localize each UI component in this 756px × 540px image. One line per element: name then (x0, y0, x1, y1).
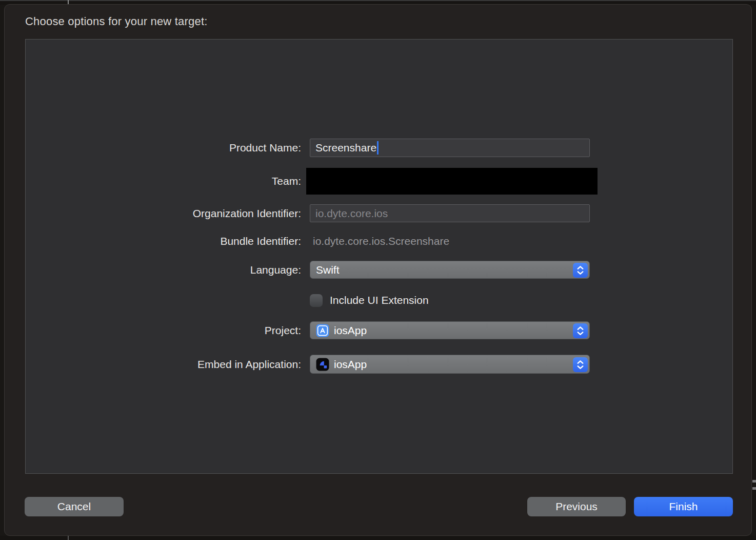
include-ui-extension-row: Include UI Extension (26, 293, 732, 307)
chevron-up-down-icon (573, 263, 588, 278)
organization-identifier-placeholder: io.dyte.core.ios (315, 207, 388, 220)
background-window-scrollbar-marks (752, 480, 756, 511)
chevron-up-down-icon (573, 323, 588, 338)
team-row: Team: (26, 168, 732, 195)
new-target-options-dialog: Choose options for your new target: Prod… (4, 4, 752, 536)
embed-in-application-row: Embed in Application: iosApp (26, 355, 732, 374)
cancel-button[interactable]: Cancel (25, 497, 124, 516)
product-name-input[interactable]: Screenshare (310, 139, 590, 157)
dialog-title: Choose options for your new target: (25, 15, 208, 28)
background-window-bottom-edge (0, 536, 756, 540)
language-label: Language: (26, 264, 301, 276)
bundle-identifier-value: io.dyte.core.ios.Screenshare (310, 235, 449, 247)
text-insertion-caret-icon (377, 141, 379, 155)
team-dropdown-redacted[interactable] (306, 168, 598, 195)
project-dropdown[interactable]: iosApp (310, 321, 590, 339)
chevron-up-down-icon (573, 357, 588, 372)
options-panel: Product Name: Screenshare Team: Organiza… (25, 39, 733, 474)
product-name-value: Screenshare (315, 142, 376, 154)
organization-identifier-input[interactable]: io.dyte.core.ios (310, 204, 590, 222)
project-label: Project: (26, 324, 301, 337)
bundle-identifier-label: Bundle Identifier: (26, 235, 301, 247)
finish-button[interactable]: Finish (634, 497, 733, 516)
embed-in-application-dropdown[interactable]: iosApp (310, 355, 590, 374)
language-row: Language: Swift (26, 261, 732, 279)
background-window-divider (68, 536, 69, 540)
include-ui-extension-label: Include UI Extension (330, 294, 429, 306)
app-store-project-icon (316, 324, 329, 337)
previous-button[interactable]: Previous (527, 497, 626, 516)
dyte-app-icon (316, 358, 329, 371)
embed-selected-value: iosApp (334, 358, 367, 371)
project-selected-value: iosApp (334, 324, 367, 337)
product-name-label: Product Name: (26, 142, 301, 154)
organization-identifier-label: Organization Identifier: (26, 207, 301, 220)
product-name-row: Product Name: Screenshare (26, 139, 732, 157)
checkbox-unchecked-icon[interactable] (310, 294, 323, 307)
language-selected-value: Swift (316, 264, 340, 276)
organization-identifier-row: Organization Identifier: io.dyte.core.io… (26, 204, 732, 222)
bundle-identifier-row: Bundle Identifier: io.dyte.core.ios.Scre… (26, 234, 732, 249)
embed-in-application-label: Embed in Application: (26, 358, 301, 371)
team-label: Team: (26, 175, 301, 187)
project-row: Project: iosApp (26, 321, 732, 339)
language-dropdown[interactable]: Swift (310, 261, 590, 279)
